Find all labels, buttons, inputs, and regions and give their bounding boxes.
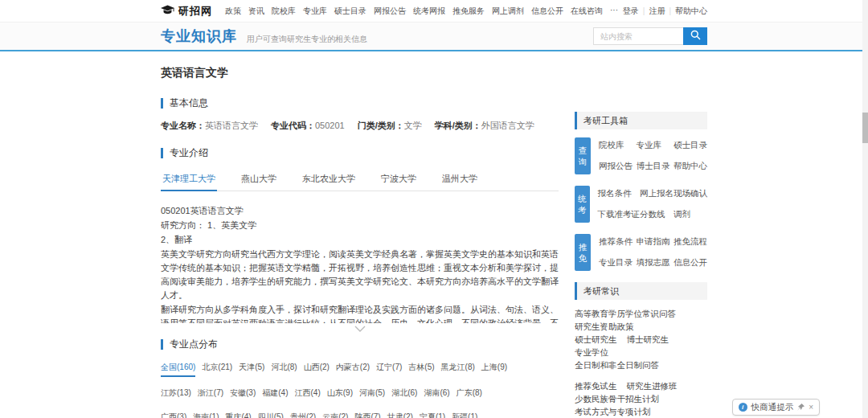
province-tab[interactable]: 上海(9) bbox=[481, 362, 507, 377]
knowledge-link[interactable]: 全日制和非全日制问答 bbox=[575, 361, 659, 370]
tool-link[interactable]: 信息公开 bbox=[674, 257, 707, 268]
toolbox-links: 院校库 专业库 硕士目录 网报公告 博士目录 帮助中心 bbox=[599, 137, 707, 174]
province-tab[interactable]: 四川(5) bbox=[258, 412, 284, 418]
province-tab[interactable]: 云南(2) bbox=[322, 412, 348, 418]
province-tab[interactable]: 广东(8) bbox=[457, 387, 482, 401]
tool-link[interactable]: 网报公告 bbox=[599, 161, 633, 172]
knowledge-row: 少数民族骨干招生计划 bbox=[575, 395, 707, 404]
province-tab[interactable]: 山东(9) bbox=[327, 387, 353, 401]
province-tab[interactable]: 广西(3) bbox=[161, 412, 186, 418]
province-tab[interactable]: 天津(5) bbox=[239, 362, 264, 377]
nav-item[interactable]: 专业库 bbox=[303, 6, 327, 17]
search-icon bbox=[690, 30, 701, 43]
tool-link[interactable]: 专业库 bbox=[637, 140, 670, 151]
tool-link[interactable]: 硕士目录 bbox=[674, 140, 707, 151]
tool-link[interactable]: 分数线 bbox=[640, 209, 674, 220]
tab-university[interactable]: 温州大学 bbox=[440, 168, 479, 191]
province-tab[interactable]: 安徽(3) bbox=[230, 387, 256, 401]
info-pair: 专业代码：050201 bbox=[271, 120, 345, 132]
tool-link[interactable]: 调剂 bbox=[674, 209, 707, 220]
nav-item[interactable]: 在线咨询 bbox=[571, 6, 603, 17]
province-tab[interactable]: 北京(21) bbox=[202, 362, 232, 377]
province-tab[interactable]: 全国(160) bbox=[161, 362, 195, 377]
province-tab[interactable]: 新疆(1) bbox=[452, 412, 477, 418]
knowledge-link[interactable]: 博士研究生 bbox=[627, 335, 669, 344]
province-tab[interactable]: 福建(4) bbox=[262, 387, 288, 401]
knowledge-link[interactable]: 硕士研究生 bbox=[575, 335, 617, 344]
knowledge-link[interactable]: 研究生进修班 bbox=[627, 382, 678, 391]
nav-item[interactable]: 网上调剂 bbox=[492, 6, 524, 17]
pin-icon[interactable] bbox=[797, 403, 805, 412]
help-center-link[interactable]: 帮助中心 bbox=[675, 6, 707, 17]
page-scrollbar bbox=[862, 0, 868, 418]
tool-link[interactable]: 专业目录 bbox=[599, 257, 633, 268]
tool-link[interactable]: 推荐条件 bbox=[599, 236, 633, 248]
province-tab[interactable]: 海南(1) bbox=[193, 412, 219, 418]
province-tab[interactable]: 宁夏(1) bbox=[420, 412, 445, 418]
province-tab[interactable]: 辽宁(7) bbox=[376, 362, 402, 377]
tab-university[interactable]: 东北农业大学 bbox=[301, 168, 357, 191]
province-tab[interactable]: 江西(4) bbox=[295, 387, 321, 401]
search-button[interactable] bbox=[683, 27, 707, 45]
close-icon[interactable]: × bbox=[809, 404, 813, 412]
province-tab[interactable]: 河南(5) bbox=[359, 387, 385, 401]
province-tab[interactable]: 重庆(4) bbox=[225, 412, 251, 418]
chat-tip-widget[interactable]: i 快商通提示 × bbox=[732, 399, 820, 416]
tool-link[interactable]: 帮助中心 bbox=[674, 161, 707, 172]
expand-toggle[interactable] bbox=[161, 325, 559, 334]
tool-link[interactable]: 博士目录 bbox=[637, 161, 670, 172]
page-title: 英语语言文学 bbox=[161, 66, 559, 80]
province-tab-row: 广西(3) 海南(1) 重庆(4) 四川(5) 贵州(2) 云南(2) 陕西(7… bbox=[161, 412, 559, 418]
knowledge-row: 全日制和非全日制问答 bbox=[575, 361, 707, 370]
province-tab[interactable]: 浙江(7) bbox=[198, 387, 223, 401]
province-tab[interactable]: 贵州(2) bbox=[290, 412, 316, 418]
site-title: 专业知识库 bbox=[161, 27, 237, 46]
nav-item[interactable]: 院校库 bbox=[272, 6, 296, 17]
knowledge-link[interactable]: 高等教育学历学位常识问答 bbox=[575, 309, 676, 318]
nav-item[interactable]: 网报公告 bbox=[374, 6, 406, 17]
tool-link[interactable]: 下载准考证 bbox=[598, 209, 641, 220]
nav-item[interactable]: 统考网报 bbox=[413, 6, 445, 17]
province-tab[interactable]: 山西(2) bbox=[304, 362, 330, 377]
tab-university[interactable]: 天津理工大学 bbox=[161, 168, 217, 191]
province-tab[interactable]: 湖北(6) bbox=[391, 387, 417, 401]
knowledge-link[interactable]: 考试方式与专项计划 bbox=[575, 408, 651, 416]
province-tab[interactable]: 内蒙古(2) bbox=[336, 362, 370, 377]
knowledge-link[interactable]: 少数民族骨干招生计划 bbox=[575, 395, 659, 404]
tool-link[interactable]: 申请指南 bbox=[637, 236, 670, 248]
knowledge-link[interactable]: 专业学位 bbox=[575, 348, 608, 357]
province-tab[interactable]: 江苏(13) bbox=[161, 387, 191, 401]
nav-more[interactable]: ··· bbox=[610, 6, 618, 17]
province-tab[interactable]: 陕西(7) bbox=[354, 412, 380, 418]
province-tab[interactable]: 黑龙江(8) bbox=[441, 362, 475, 377]
knowledge-link[interactable]: 研究生资助政策 bbox=[575, 322, 634, 331]
tool-link[interactable]: 院校库 bbox=[599, 140, 633, 151]
top-nav: 政策 资讯 院校库 专业库 硕士目录 网报公告 统考网报 推免服务 网上调剂 信… bbox=[225, 6, 623, 17]
nav-item[interactable]: 政策 bbox=[225, 6, 241, 17]
nav-item[interactable]: 信息公开 bbox=[531, 6, 563, 17]
tool-link[interactable]: 现场确认 bbox=[674, 188, 707, 199]
toolbox-group-query: 查询 院校库 专业库 硕士目录 网报公告 博士目录 帮助中心 bbox=[575, 137, 707, 174]
tab-university[interactable]: 燕山大学 bbox=[240, 168, 278, 191]
register-link[interactable]: 注册 bbox=[649, 6, 665, 17]
tool-link[interactable]: 网上报名 bbox=[640, 188, 674, 199]
tool-link[interactable]: 报名条件 bbox=[598, 188, 641, 199]
tool-link[interactable]: 填报志愿 bbox=[637, 257, 670, 268]
search-input[interactable] bbox=[593, 27, 683, 45]
knowledge-section: 考研常识 高等教育学历学位常识问答 研究生资助政策 硕士研究生博士研究生 专业学… bbox=[575, 282, 707, 418]
tool-link[interactable]: 推免流程 bbox=[674, 236, 707, 248]
intro-text: 050201英语语言文学 研究方向： 1、英美文学 2、翻译 英美文学研究方向研… bbox=[161, 204, 559, 323]
province-tab[interactable]: 吉林(5) bbox=[408, 362, 434, 377]
site-logo[interactable]: 研招网 bbox=[161, 4, 212, 18]
province-tab[interactable]: 甘肃(2) bbox=[387, 412, 413, 418]
tab-university[interactable]: 宁波大学 bbox=[379, 168, 418, 191]
nav-item[interactable]: 硕士目录 bbox=[334, 6, 366, 17]
scrollbar-thumb[interactable] bbox=[862, 113, 868, 143]
province-tab[interactable]: 河北(8) bbox=[271, 362, 297, 377]
knowledge-link[interactable]: 推荐免试生 bbox=[575, 382, 617, 391]
nav-item[interactable]: 资讯 bbox=[248, 6, 264, 17]
province-tab[interactable]: 湖南(6) bbox=[424, 387, 449, 401]
nav-item[interactable]: 推免服务 bbox=[452, 6, 485, 17]
graduation-cap-icon bbox=[161, 4, 174, 18]
login-link[interactable]: 登录 bbox=[623, 6, 639, 17]
